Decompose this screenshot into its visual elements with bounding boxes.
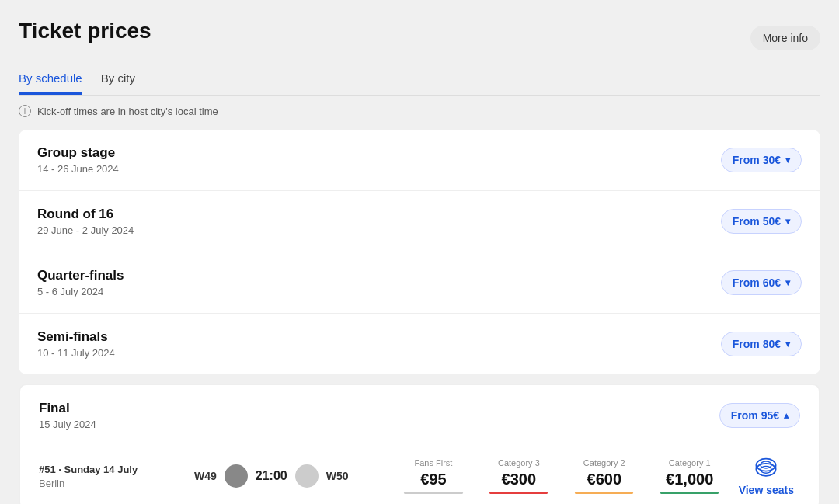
schedule-row-round-of-16: Round of 16 29 June - 2 July 2024 From 5… bbox=[19, 191, 820, 252]
team1-badge bbox=[225, 464, 248, 488]
schedule-date: 14 - 26 June 2024 bbox=[37, 163, 119, 175]
cat-label-category-1: Category 1 bbox=[653, 458, 726, 468]
schedule-info-round-of-16: Round of 16 29 June - 2 July 2024 bbox=[37, 207, 134, 236]
schedule-date: 29 June - 2 July 2024 bbox=[37, 224, 134, 236]
chevron-down-icon: ▾ bbox=[785, 277, 790, 288]
info-text: Kick-off times are in host city's local … bbox=[37, 106, 218, 117]
schedule-row-semi-finals: Semi-finals 10 - 11 July 2024 From 80€ ▾ bbox=[19, 314, 820, 374]
info-icon: i bbox=[19, 105, 31, 117]
ticket-cat-fans-first: Fans First €95 bbox=[391, 458, 476, 494]
match-teams: W49 21:00 W50 bbox=[194, 464, 365, 488]
schedule-info-group-stage: Group stage 14 - 26 June 2024 bbox=[37, 145, 119, 175]
tab-by-city[interactable]: By city bbox=[101, 65, 135, 95]
info-note: i Kick-off times are in host city's loca… bbox=[19, 105, 820, 117]
team2-label: W50 bbox=[326, 470, 349, 482]
svg-point-5 bbox=[761, 461, 771, 468]
chevron-up-icon: ▴ bbox=[784, 410, 789, 421]
price-badge-final[interactable]: From 95€ ▴ bbox=[719, 403, 800, 428]
schedule-name: Round of 16 bbox=[37, 207, 134, 222]
ticket-cat-category-1: Category 1 €1,000 bbox=[647, 458, 733, 494]
team1-label: W49 bbox=[194, 470, 217, 482]
view-seats-label: View seats bbox=[739, 484, 794, 496]
price-badge-quarter-finals[interactable]: From 60€ ▾ bbox=[721, 270, 802, 295]
price-badge-group-stage[interactable]: From 30€ ▾ bbox=[721, 148, 802, 172]
price-badge-round-of-16[interactable]: From 50€ ▾ bbox=[721, 209, 802, 234]
match-number: #51 · Sunday 14 July bbox=[39, 464, 194, 475]
ticket-cat-category-2: Category 2 €600 bbox=[562, 458, 647, 494]
match-details-row: #51 · Sunday 14 July Berlin W49 21:00 W5… bbox=[20, 443, 819, 504]
schedule-date: 5 - 6 July 2024 bbox=[37, 286, 124, 297]
match-info: #51 · Sunday 14 July Berlin bbox=[39, 464, 194, 489]
view-seats-button[interactable]: View seats bbox=[733, 456, 800, 496]
schedule-row-final: Final 15 July 2024 From 95€ ▴ #51 · Sund… bbox=[19, 384, 820, 504]
price-label-quarter-finals: From 60€ bbox=[733, 276, 781, 289]
cat-label-category-2: Category 2 bbox=[568, 458, 641, 468]
final-header: Final 15 July 2024 From 95€ ▴ bbox=[20, 385, 819, 443]
cat-price-category-2: €600 bbox=[568, 471, 641, 488]
match-time: 21:00 bbox=[256, 469, 287, 483]
final-date: 15 July 2024 bbox=[39, 419, 96, 430]
price-label-semi-finals: From 80€ bbox=[733, 338, 781, 350]
price-label-final: From 95€ bbox=[731, 409, 779, 422]
tabs-container: By schedule By city bbox=[19, 65, 820, 96]
schedule-info-quarter-finals: Quarter-finals 5 - 6 July 2024 bbox=[37, 268, 124, 297]
cat-price-fans-first: €95 bbox=[397, 471, 470, 488]
final-info: Final 15 July 2024 bbox=[39, 401, 96, 430]
match-city: Berlin bbox=[39, 478, 194, 489]
cat-bar-category-1 bbox=[660, 492, 719, 494]
ticket-categories: Fans First €95 Category 3 €300 Category … bbox=[391, 458, 733, 494]
page-title: Ticket prices bbox=[19, 19, 151, 43]
chevron-down-icon: ▾ bbox=[785, 339, 790, 349]
chevron-down-icon: ▾ bbox=[785, 216, 790, 227]
team2-badge bbox=[295, 464, 319, 488]
cat-bar-fans-first bbox=[404, 492, 462, 494]
ticket-cat-category-3: Category 3 €300 bbox=[476, 458, 562, 494]
cat-bar-category-2 bbox=[575, 492, 633, 494]
schedule-name: Quarter-finals bbox=[37, 268, 124, 283]
tab-by-schedule[interactable]: By schedule bbox=[19, 65, 82, 95]
cat-label-fans-first: Fans First bbox=[397, 458, 470, 468]
cat-label-category-3: Category 3 bbox=[482, 458, 555, 468]
schedule-info-semi-finals: Semi-finals 10 - 11 July 2024 bbox=[37, 329, 115, 359]
cat-price-category-3: €300 bbox=[482, 471, 555, 488]
schedule-card: Group stage 14 - 26 June 2024 From 30€ ▾… bbox=[19, 130, 820, 374]
vertical-divider bbox=[378, 457, 378, 495]
schedule-date: 10 - 11 July 2024 bbox=[37, 347, 115, 359]
stadium-icon bbox=[754, 456, 778, 481]
schedule-row-group-stage: Group stage 14 - 26 June 2024 From 30€ ▾ bbox=[19, 130, 820, 191]
price-label-round-of-16: From 50€ bbox=[733, 215, 781, 228]
more-info-button[interactable]: More info bbox=[750, 26, 820, 50]
schedule-name: Semi-finals bbox=[37, 329, 115, 345]
schedule-row-quarter-finals: Quarter-finals 5 - 6 July 2024 From 60€ … bbox=[19, 252, 820, 314]
cat-bar-category-3 bbox=[489, 492, 548, 494]
price-badge-semi-finals[interactable]: From 80€ ▾ bbox=[721, 332, 802, 356]
cat-price-category-1: €1,000 bbox=[653, 471, 726, 488]
chevron-down-icon: ▾ bbox=[785, 155, 790, 165]
price-label-group-stage: From 30€ bbox=[733, 154, 781, 166]
schedule-name: Group stage bbox=[37, 145, 119, 161]
final-name: Final bbox=[39, 401, 96, 416]
